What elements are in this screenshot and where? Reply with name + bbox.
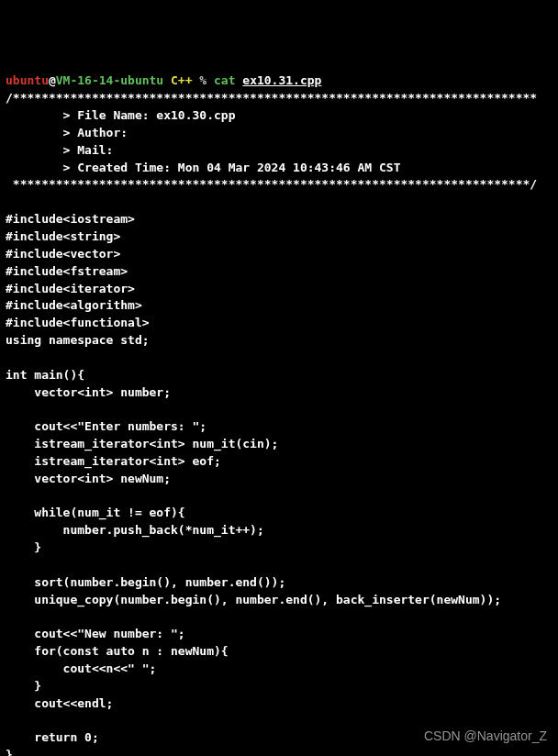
code-line: istream_iterator<int> eof; [6,454,221,468]
file-header-mail: > Mail: [6,143,113,157]
code-line: #include<vector> [6,247,120,261]
code-line: number.push_back(*num_it++); [6,523,264,537]
prompt-user: ubuntu [6,73,49,87]
prompt-pct: % [199,73,206,87]
prompt-dir: C++ [171,73,192,87]
code-line: } [6,540,41,554]
prompt-line-1: ubuntu@VM-16-14-ubuntu C++ % cat ex10.31… [6,73,321,87]
code-line: #include<algorithm> [6,298,142,312]
command-arg: ex10.31.cpp [242,73,321,87]
prompt-host: VM-16-14-ubuntu [56,73,163,87]
file-header-bottom: ****************************************… [6,177,537,191]
code-line: #include<fstream> [6,264,128,278]
terminal[interactable]: ubuntu@VM-16-14-ubuntu C++ % cat ex10.31… [6,72,552,756]
code-line: #include<string> [6,229,120,243]
code-line: int main(){ [6,368,84,382]
file-header-top: /***************************************… [6,91,537,105]
code-line: for(const auto n : newNum){ [6,644,229,658]
code-line: cout<<n<<" "; [6,662,156,675]
code-line: vector<int> newNum; [6,472,171,485]
code-line: istream_iterator<int> num_it(cin); [6,437,278,450]
code-line: cout<<"New number: "; [6,627,185,640]
code-line: cout<<endl; [6,696,113,710]
code-line: while(num_it != eof){ [6,506,185,519]
code-line: } [6,679,41,693]
code-line: sort(number.begin(), number.end()); [6,575,285,589]
code-line: vector<int> number; [6,385,171,399]
code-line: } [6,748,13,756]
code-line: cout<<"Enter numbers: "; [6,419,206,433]
code-line: using namespace std; [6,333,150,347]
command-cat: cat [214,73,235,87]
file-header-filename: > File Name: ex10.30.cpp [6,108,235,122]
file-header-time: > Created Time: Mon 04 Mar 2024 10:43:46… [6,161,400,174]
code-line: unique_copy(number.begin(), number.end()… [6,593,501,606]
file-header-author: > Author: [6,126,128,139]
watermark: CSDN @Navigator_Z [424,727,547,745]
code-line: #include<functional> [6,316,150,329]
prompt-at: @ [49,73,56,87]
code-line: #include<iostream> [6,212,135,226]
code-line: return 0; [6,730,99,744]
code-line: #include<iterator> [6,282,135,295]
